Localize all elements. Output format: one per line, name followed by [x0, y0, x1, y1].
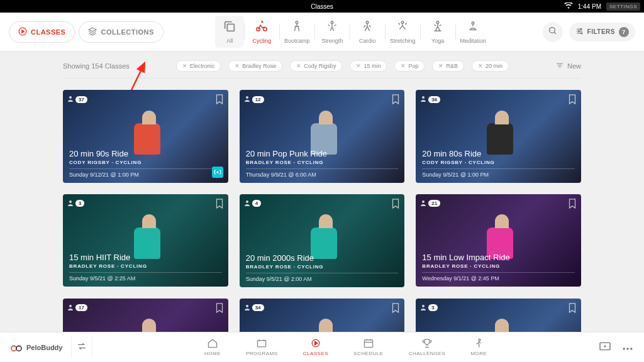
wifi-icon — [564, 3, 573, 10]
person-icon — [419, 302, 427, 314]
sort-icon — [555, 62, 564, 70]
bookmark-icon[interactable] — [391, 94, 401, 107]
bookmark-icon[interactable] — [567, 94, 577, 107]
bookmark-icon[interactable] — [391, 198, 401, 212]
svg-point-33 — [626, 348, 628, 349]
category-meditation[interactable]: Meditation — [455, 16, 491, 48]
tab-collections[interactable]: COLLECTIONS — [79, 21, 163, 43]
filter-chip-bradley-rose[interactable]: ✕Bradley Rose — [228, 60, 282, 72]
tab-label: CLASSES — [31, 28, 65, 36]
bookmark-icon[interactable] — [214, 94, 225, 107]
filter-chip-pop[interactable]: ✕Pop — [394, 60, 425, 72]
chip-label: 15 min — [364, 63, 380, 69]
class-card[interactable]: 315 min HIIT RideBRADLEY ROSE · CYCLINGS… — [63, 194, 228, 287]
close-icon: ✕ — [401, 63, 406, 69]
sort-new[interactable]: New — [555, 62, 581, 70]
layers-icon — [88, 27, 97, 37]
programs-icon — [256, 338, 267, 349]
filter-chip-20min[interactable]: ✕20 min — [472, 60, 509, 72]
class-subtitle: BRADLEY ROSE · CYCLING — [246, 160, 399, 165]
svg-point-17 — [246, 96, 248, 99]
filter-chip-electronic[interactable]: ✕Electronic — [176, 60, 221, 72]
svg-point-20 — [246, 200, 248, 203]
person-icon — [67, 302, 74, 314]
svg-point-30 — [479, 339, 480, 341]
category-strength[interactable]: Strength — [314, 16, 350, 48]
svg-point-24 — [422, 305, 425, 307]
category-label: Yoga — [431, 38, 444, 44]
person-icon — [67, 94, 74, 105]
class-card[interactable]: 1220 min Pop Punk RideBRADLEY ROSE · CYC… — [240, 90, 405, 183]
calendar-icon — [363, 338, 374, 349]
filters-button[interactable]: FILTERS 7 — [569, 23, 635, 41]
swap-button[interactable] — [71, 337, 92, 358]
top-nav: CLASSES COLLECTIONS All Cycling Bootcamp… — [0, 13, 644, 52]
class-card[interactable]: 3720 min 90s RideCODY RIGSBY · CYCLINGSu… — [63, 90, 228, 183]
svg-point-16 — [217, 172, 218, 173]
category-cardio[interactable]: Cardio — [350, 16, 385, 48]
bookmark-icon[interactable] — [567, 302, 577, 316]
bookmark-icon[interactable] — [214, 198, 225, 212]
nav-more[interactable]: MORE — [470, 338, 487, 356]
page-title: Classes — [311, 3, 333, 10]
category-stretching[interactable]: Stretching — [385, 16, 420, 48]
category-yoga[interactable]: Yoga — [420, 16, 455, 48]
category-cycling[interactable]: Cycling — [244, 16, 279, 48]
bookmark-icon[interactable] — [214, 302, 225, 316]
class-date: Sunday 9/5/21 @ 2:25 AM — [69, 275, 222, 282]
strength-icon — [325, 19, 339, 35]
settings-button[interactable]: SETTINGS — [606, 3, 640, 11]
svg-point-26 — [16, 346, 21, 351]
cast-icon[interactable] — [599, 341, 611, 354]
search-button[interactable] — [543, 22, 563, 42]
filter-row: Showing 154 Classes ✕Electronic ✕Bradley… — [63, 58, 581, 79]
svg-point-18 — [422, 96, 425, 99]
nav-programs[interactable]: PROGRAMS — [246, 338, 278, 356]
close-icon: ✕ — [438, 63, 443, 69]
more-dots-icon[interactable] — [621, 342, 634, 353]
chip-label: Electronic — [190, 63, 215, 69]
category-bootcamp[interactable]: Bootcamp — [279, 16, 314, 48]
class-title: 20 min 90s Ride — [69, 149, 222, 158]
nav-schedule[interactable]: SCHEDULE — [353, 338, 384, 356]
brand-logo[interactable]: PeloBuddy — [10, 342, 62, 353]
bookmark-icon[interactable] — [391, 302, 401, 316]
class-subtitle: CODY RIGSBY · CYCLING — [422, 160, 575, 165]
search-icon — [548, 26, 557, 38]
class-card[interactable]: 2115 min Low Impact RideBRADLEY ROSE · C… — [416, 194, 581, 287]
close-icon: ✕ — [235, 63, 240, 69]
nav-challenges[interactable]: CHALLENGES — [409, 338, 446, 356]
meditation-icon — [466, 19, 480, 35]
chip-label: Bradley Rose — [242, 63, 276, 69]
class-subtitle: BRADLEY ROSE · CYCLING — [69, 263, 222, 269]
svg-rect-29 — [364, 340, 372, 348]
filter-chip-15min[interactable]: ✕15 min — [350, 60, 387, 72]
class-subtitle: BRADLEY ROSE · CYCLING — [246, 264, 399, 270]
class-card[interactable]: 3620 min 80s RideCODY RIGSBY · CYCLINGSu… — [416, 90, 581, 183]
person-icon — [243, 302, 251, 314]
svg-point-25 — [11, 346, 16, 351]
nav-label: SCHEDULE — [353, 351, 384, 356]
brand-icon — [10, 342, 23, 353]
svg-rect-27 — [258, 341, 266, 347]
close-icon: ✕ — [478, 63, 483, 69]
class-date: Wednesday 9/1/21 @ 2:45 PM — [422, 275, 575, 282]
close-icon: ✕ — [296, 63, 301, 69]
filter-chip-cody-rigsby[interactable]: ✕Cody Rigsby — [290, 60, 342, 72]
bookmark-icon[interactable] — [567, 198, 577, 212]
nav-home[interactable]: HOME — [204, 338, 221, 356]
filter-chip-rnb[interactable]: ✕R&B — [432, 60, 464, 72]
svg-point-9 — [472, 22, 474, 25]
svg-point-32 — [623, 348, 625, 349]
svg-point-6 — [366, 21, 369, 24]
class-card[interactable]: 420 min 2000s RideBRADLEY ROSE · CYCLING… — [240, 194, 405, 287]
tab-classes[interactable]: CLASSES — [9, 21, 75, 43]
sort-label: New — [567, 62, 581, 70]
category-label: Cycling — [252, 38, 271, 44]
category-all[interactable]: All — [215, 16, 244, 48]
nav-classes[interactable]: CLASSES — [303, 338, 328, 356]
nav-label: CLASSES — [303, 351, 328, 356]
sliders-icon — [575, 27, 584, 36]
friends-count: 12 — [252, 96, 264, 103]
close-icon: ✕ — [356, 63, 361, 69]
